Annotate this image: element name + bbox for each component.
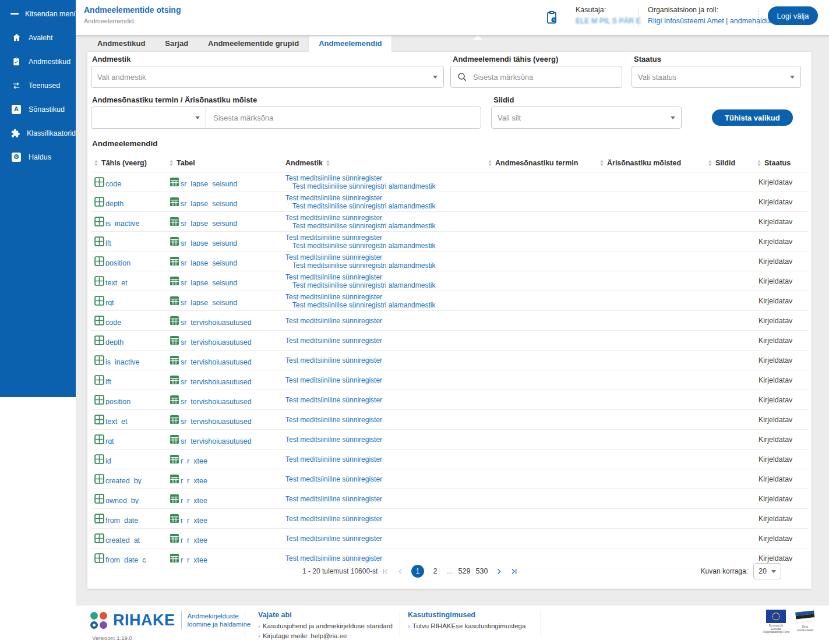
tahis-link[interactable]: depth [105,200,124,207]
tabel-link[interactable]: sr_lapse_seisund [181,220,237,227]
first-page-button[interactable] [380,567,390,576]
andmestik-link[interactable]: Test meditsiiniline sünniregister [285,174,485,182]
sort-icon[interactable] [488,158,492,168]
tahis-link[interactable]: rgt [105,437,114,444]
andmestik-link[interactable]: Test meditsiiniline sünniregister [285,396,485,404]
tahis-link[interactable]: code [105,319,121,325]
tabel-link[interactable]: sr_lapse_seisund [181,259,237,266]
tahis-link[interactable]: created_by_ [105,477,146,484]
tahis-link[interactable]: position [105,398,130,405]
tabel-link[interactable]: sr_tervishoiuasutused [181,417,252,424]
footer-link[interactable]: ›Tutvu RIHAKEse kasutustingimustega [408,621,525,631]
tab-sarjad[interactable]: Sarjad [155,36,198,52]
sidebar-item-haldus[interactable]: ⚙ Haldus [0,145,76,169]
org-role-link[interactable]: Riigi Infosüsteemi Amet | andmehaldur [648,17,772,25]
tahis-link[interactable]: lft [105,239,111,246]
tabel-link[interactable]: sr_lapse_seisund [181,200,237,207]
sort-icon[interactable] [708,158,712,168]
tabel-link[interactable]: r_r_xtee [181,457,207,464]
previous-page-button[interactable] [396,567,405,576]
tahis-link[interactable]: is_inactive [105,220,139,227]
tahis-link[interactable]: created_at_ [105,536,144,543]
sidebar-item-s-nastikud[interactable]: A Sõnastikud [0,97,76,121]
tabel-link[interactable]: sr_lapse_seisund [181,180,237,187]
sort-icon[interactable] [326,158,330,168]
sort-icon[interactable] [600,158,604,168]
andmestik-link[interactable]: Test meditsiiniline sünniregister [285,194,485,202]
andmestik-link[interactable]: Test meditsiinilise sünniregistri alaman… [292,182,485,190]
page-529-button[interactable]: 529 [458,565,471,578]
tahis-link[interactable]: from_date [105,516,138,523]
tahis-link[interactable]: code [105,180,121,187]
tabel-link[interactable]: sr_tervishoiuasutused [181,437,252,444]
andmestik-link[interactable]: Test meditsiinilise sünniregistri alaman… [292,281,485,289]
sidebar-item-andmestikud[interactable]: Andmestikud [0,49,76,73]
clear-filters-button[interactable]: Tühista valikud [712,109,793,126]
andmestik-link[interactable]: Test meditsiiniline sünniregister [285,317,485,325]
staatus-select[interactable]: Vali staatus [632,66,801,88]
page-2-button[interactable]: 2 [429,565,442,578]
tabel-link[interactable]: sr_tervishoiuasutused [181,319,252,325]
tab-andmeelementide-grupid[interactable]: Andmeelementide grupid [198,36,309,52]
andmestik-link[interactable]: Test meditsiiniline sünniregister [285,337,485,345]
tahis-link[interactable]: lft [105,378,111,385]
andmestik-link[interactable]: Test meditsiiniline sünniregister [285,416,485,424]
footer-link[interactable]: ›Kasutusjuhend ja andmekirjelduse standa… [258,621,393,631]
tahis-link[interactable]: depth [105,338,124,345]
sort-icon[interactable] [170,158,173,168]
tahis-link[interactable]: position [105,259,130,266]
sidebar-item-klassifikaatorid[interactable]: Klassifikaatorid [0,121,76,145]
andmestik-select[interactable]: Vali andmestik [91,66,444,88]
tabel-link[interactable]: sr_tervishoiuasutused [181,398,252,405]
per-page-select[interactable]: 20 [753,563,781,579]
termin-search-input[interactable] [212,113,475,123]
andmestik-link[interactable]: Test meditsiinilise sünniregistri alaman… [292,222,485,230]
andmestik-link[interactable]: Test meditsiinilise sünniregistri alaman… [292,261,485,270]
sildid-select[interactable]: Vali silt [491,107,682,129]
andmestik-link[interactable]: Test meditsiiniline sünniregister [285,273,485,281]
andmestik-link[interactable]: Test meditsiiniline sünniregister [285,475,485,483]
tabel-link[interactable]: r_r_xtee [181,477,207,484]
andmestik-link[interactable]: Test meditsiiniline sünniregister [285,535,485,543]
sidebar-item-teenused[interactable]: Teenused [0,73,76,97]
tabel-link[interactable]: sr_lapse_seisund [181,239,237,246]
tabel-link[interactable]: r_r_xtee [181,497,207,504]
page-1-button[interactable]: 1 [411,565,424,578]
tahis-link[interactable]: rgt [105,299,114,306]
andmestik-link[interactable]: Test meditsiiniline sünniregister [285,356,485,365]
tahis-search-input[interactable] [472,72,616,82]
next-page-button[interactable] [494,567,504,576]
clipboard-clock-icon[interactable] [545,10,559,27]
tab-andmestikud[interactable]: Andmestikud [87,36,155,52]
andmestik-link[interactable]: Test meditsiiniline sünniregister [285,233,485,242]
andmestik-link[interactable]: Test meditsiiniline sünniregister [285,376,485,384]
last-page-button[interactable] [509,567,519,576]
tabel-link[interactable]: sr_lapse_seisund [181,299,237,306]
tahis-link[interactable]: is_inactive [105,358,139,365]
tabel-link[interactable]: sr_tervishoiuasutused [181,358,252,365]
andmestik-link[interactable]: Test meditsiiniline sünniregister [285,253,485,261]
andmestik-link[interactable]: Test meditsiiniline sünniregister [285,455,485,463]
footer-link[interactable]: ›Kirjutage meile: help@ria.ee [258,631,393,641]
sort-icon[interactable] [94,158,98,168]
andmestik-link[interactable]: Test meditsiiniline sünniregister [285,214,485,222]
tahis-link[interactable]: id [105,457,111,464]
tahis-link[interactable]: owned_by_ [105,497,143,504]
tabel-link[interactable]: r_r_xtee [181,536,207,543]
andmestik-link[interactable]: Test meditsiinilise sünniregistri alaman… [292,242,485,250]
andmestik-link[interactable]: Test meditsiinilise sünniregistri alaman… [292,202,485,210]
tabel-link[interactable]: sr_tervishoiuasutused [181,338,252,345]
termin-type-select[interactable] [91,107,206,129]
sort-icon[interactable] [757,158,761,168]
page-530-button[interactable]: 530 [475,565,488,578]
tahis-link[interactable]: text_et [105,417,128,424]
tabel-link[interactable]: r_r_xtee [181,516,207,523]
sidebar-item-avaleht[interactable]: Avaleht [0,26,76,49]
tabel-link[interactable]: sr_lapse_seisund [181,279,237,286]
andmestik-link[interactable]: Test meditsiiniline sünniregister [285,515,485,523]
andmestik-link[interactable]: Test meditsiiniline sünniregister [285,436,485,444]
andmestik-link[interactable]: Test meditsiinilise sünniregistri alaman… [292,301,485,309]
tab-andmeelemendid[interactable]: Andmeelemendid [309,36,391,52]
tahis-link[interactable]: text_et [105,279,128,286]
tabel-link[interactable]: sr_tervishoiuasutused [181,378,252,385]
